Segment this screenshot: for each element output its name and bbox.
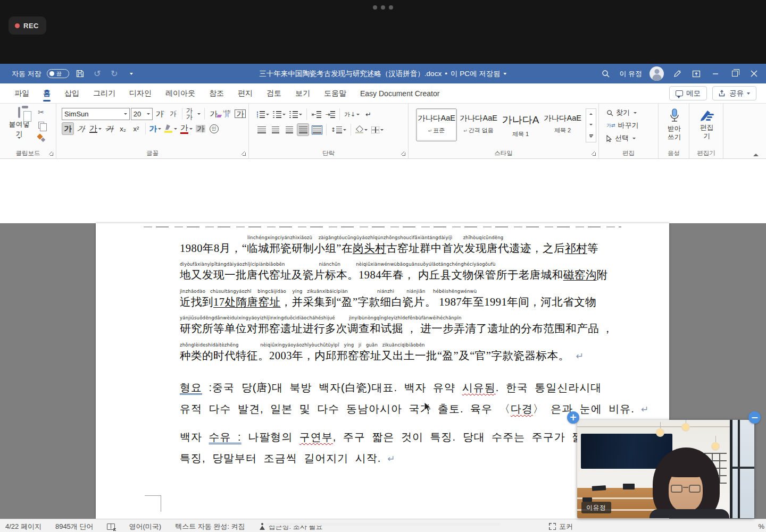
select-button[interactable]: 선택	[606, 132, 656, 145]
comments-button[interactable]: 메모	[669, 86, 707, 100]
tab-layout[interactable]: 레이아웃	[159, 83, 202, 103]
style-normal[interactable]: 가나다AaE ↵표준	[416, 108, 457, 141]
line-spacing-button[interactable]: ↕	[330, 123, 347, 136]
restore-button[interactable]	[729, 68, 740, 80]
tab-insert[interactable]: 삽입	[57, 83, 86, 103]
shading-button[interactable]	[354, 123, 369, 136]
cut-button[interactable]: ✂	[35, 107, 47, 117]
style-heading2[interactable]: 가나다AaE 제목 2	[542, 108, 583, 141]
decrease-indent-button[interactable]: ⇤	[310, 108, 322, 121]
superscript-button[interactable]: x²	[130, 122, 143, 135]
proofing-status[interactable]	[107, 523, 115, 530]
subscript-button[interactable]: x₂	[117, 122, 129, 135]
paste-button[interactable]: 붙여넣기	[7, 108, 31, 148]
close-button[interactable]	[748, 68, 760, 80]
styles-dialog-launcher[interactable]	[591, 151, 596, 156]
show-marks-button[interactable]: ↵	[362, 108, 374, 121]
change-case-button[interactable]: 가가	[185, 107, 202, 120]
multilevel-list-button[interactable]	[288, 108, 303, 121]
ribbon: 붙여넣기 ✂ 클립보드 SimSun 20	[0, 104, 766, 159]
tab-easy-document-creator[interactable]: Easy Document Creator	[353, 83, 446, 103]
align-center-button[interactable]	[269, 123, 281, 136]
editor-button[interactable]: 편집기	[693, 108, 721, 140]
undo-button[interactable]: ↺	[91, 68, 103, 80]
font-dialog-launcher[interactable]	[241, 151, 246, 156]
zoom-level[interactable]: %	[758, 522, 764, 530]
search-button[interactable]	[600, 68, 612, 80]
tab-view[interactable]: 보기	[288, 83, 317, 103]
grow-font-button[interactable]: 가^	[154, 107, 166, 120]
home-indicator[interactable]	[266, 523, 500, 526]
font-name-combo[interactable]: SimSun	[62, 108, 130, 120]
tab-mailings[interactable]: 편지	[231, 83, 260, 103]
align-left-button[interactable]	[255, 123, 268, 136]
styles-scroll-down[interactable]	[589, 124, 593, 125]
save-button[interactable]	[74, 68, 86, 80]
sort-button[interactable]: 가↓	[343, 108, 361, 121]
replace-button[interactable]: 가⇄ 바꾸기	[606, 119, 656, 132]
text-effects-button[interactable]: 가	[148, 122, 163, 135]
minimize-button[interactable]	[710, 68, 721, 80]
styles-gallery-more[interactable]	[589, 134, 593, 138]
webcam-zoom-in-button[interactable]: +	[567, 411, 579, 424]
font-size-combo[interactable]: 20	[131, 108, 153, 120]
webcam-video[interactable]: 이유정	[577, 420, 754, 518]
bold-button[interactable]: 가	[62, 122, 74, 135]
clear-formatting-button[interactable]: 가	[207, 107, 220, 120]
share-button[interactable]: 공유	[712, 86, 756, 100]
dictate-button[interactable]: 받아쓰기	[662, 108, 687, 141]
person-glasses	[671, 485, 701, 493]
microphone-icon	[669, 108, 680, 123]
italic-button[interactable]: 가	[75, 122, 87, 135]
tab-design[interactable]: 디자인	[122, 83, 159, 103]
toggle-knob-icon	[49, 71, 54, 76]
autocomplete-status[interactable]: 텍스트 자동 완성: 켜짐	[175, 522, 245, 531]
numbering-button[interactable]	[272, 108, 287, 121]
page-indicator[interactable]: 4/22 페이지	[5, 522, 41, 531]
phonetic-guide-button[interactable]: 내천川	[221, 107, 233, 120]
format-painter-button[interactable]	[35, 132, 47, 143]
tab-references[interactable]: 참조	[202, 83, 231, 103]
tab-draw[interactable]: 그리기	[86, 83, 122, 103]
character-shading-button[interactable]: 가	[195, 122, 207, 135]
enclose-characters-button[interactable]: 인	[208, 122, 220, 135]
strikethrough-button[interactable]: 가	[104, 122, 116, 135]
paragraph-dialog-launcher[interactable]	[401, 151, 406, 156]
numbered-list-icon	[273, 111, 281, 118]
bullets-button[interactable]	[255, 108, 270, 121]
redo-button[interactable]: ↻	[109, 68, 120, 80]
user-avatar[interactable]	[650, 66, 664, 81]
clipboard-dialog-launcher[interactable]	[48, 151, 54, 156]
copy-button[interactable]	[35, 120, 47, 130]
borders-button[interactable]	[370, 123, 385, 136]
collapse-ribbon-button[interactable]	[752, 151, 760, 156]
justify-button[interactable]	[297, 123, 309, 136]
document-title-area[interactable]: 三十年来中国陶瓷考古发现与研究述略（汉语拼音）.docx • 이 PC에 저장됨	[259, 64, 506, 83]
autosave-toggle[interactable]: 끔	[47, 69, 69, 78]
quick-access-menu-button[interactable]	[126, 68, 137, 80]
language-indicator[interactable]: 영어(미국)	[129, 522, 161, 531]
autosave-label: 자동 저장	[12, 69, 41, 79]
focus-mode-button[interactable]: 포커	[549, 522, 573, 531]
style-no-spacing[interactable]: 가나다AaE ↵간격 없음	[458, 108, 499, 141]
style-heading1[interactable]: 가나다A 제목 1	[500, 108, 541, 141]
character-border-button[interactable]: 가	[234, 107, 246, 120]
meeting-menu-dots[interactable]	[373, 5, 393, 10]
ink-pen-button[interactable]	[671, 68, 683, 80]
word-count[interactable]: 8945개 단어	[55, 522, 94, 531]
tab-review[interactable]: 검토	[260, 83, 288, 103]
find-button[interactable]: 찾기	[606, 106, 656, 119]
font-color-button[interactable]: 가	[179, 122, 194, 135]
webcam-zoom-out-button[interactable]: −	[748, 411, 761, 424]
styles-scroll-up[interactable]	[589, 113, 593, 115]
tab-home[interactable]: 홈	[36, 83, 57, 103]
ribbon-display-button[interactable]	[690, 68, 702, 80]
shrink-font-button[interactable]: 가ˇ	[167, 107, 179, 120]
highlight-button[interactable]	[163, 122, 178, 135]
increase-indent-button[interactable]: ⇥	[324, 108, 336, 121]
align-right-button[interactable]	[283, 123, 295, 136]
underline-button[interactable]: 가	[88, 122, 103, 135]
tab-help[interactable]: 도움말	[317, 83, 353, 103]
distribute-button[interactable]	[311, 123, 323, 136]
tab-file[interactable]: 파일	[7, 83, 36, 103]
